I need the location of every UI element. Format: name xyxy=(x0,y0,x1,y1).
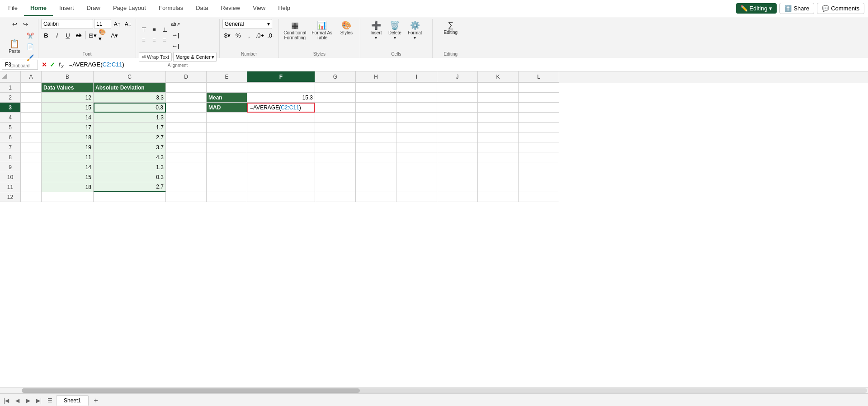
cell-d7[interactable] xyxy=(166,142,207,152)
sheet-last-button[interactable]: ▶| xyxy=(34,396,43,405)
col-header-f[interactable]: F xyxy=(247,71,315,83)
row-header-12[interactable]: 12 xyxy=(0,192,21,202)
cell-b11[interactable]: 18 xyxy=(42,182,94,192)
share-button[interactable]: ⬆️ Share xyxy=(779,3,814,14)
cell-d5[interactable] xyxy=(166,123,207,132)
cell-d1[interactable] xyxy=(166,83,207,93)
row-header-3[interactable]: 3 xyxy=(0,103,21,113)
cell-a3[interactable] xyxy=(21,103,42,113)
bold-button[interactable]: B xyxy=(41,30,51,40)
cell-h8[interactable] xyxy=(356,152,396,162)
cell-c11[interactable]: 2.7 xyxy=(94,182,166,192)
row-header-10[interactable]: 10 xyxy=(0,172,21,182)
number-format-dropdown[interactable]: General ▾ xyxy=(222,19,272,29)
cell-l2[interactable] xyxy=(519,93,559,103)
cell-g10[interactable] xyxy=(315,172,356,182)
cell-b7[interactable]: 19 xyxy=(42,142,94,152)
cell-h5[interactable] xyxy=(356,123,396,132)
cell-h1[interactable] xyxy=(356,83,396,93)
cell-e2[interactable]: Mean xyxy=(207,93,247,103)
tab-formulas[interactable]: Formulas xyxy=(152,1,189,16)
cell-j9[interactable] xyxy=(437,162,478,172)
indent-decrease-button[interactable]: ←| xyxy=(170,41,180,51)
increase-decimal-button[interactable]: .0+ xyxy=(255,30,265,40)
cell-f9[interactable] xyxy=(247,162,315,172)
cell-d2[interactable] xyxy=(166,93,207,103)
col-header-d[interactable]: D xyxy=(166,71,207,83)
cell-c8[interactable]: 4.3 xyxy=(94,152,166,162)
sheet-menu-button[interactable]: ☰ xyxy=(45,396,54,405)
col-header-b[interactable]: B xyxy=(42,71,94,83)
tab-view[interactable]: View xyxy=(246,1,272,16)
cell-h12[interactable] xyxy=(356,192,396,202)
cell-g6[interactable] xyxy=(315,132,356,142)
tab-page-layout[interactable]: Page Layout xyxy=(107,1,152,16)
cut-button[interactable]: ✂️ xyxy=(25,31,35,41)
cell-e8[interactable] xyxy=(207,152,247,162)
cell-g8[interactable] xyxy=(315,152,356,162)
align-top-button[interactable]: ⊤ xyxy=(139,25,149,35)
cell-k10[interactable] xyxy=(478,172,519,182)
font-color-button[interactable]: A▾ xyxy=(109,30,119,40)
cell-d11[interactable] xyxy=(166,182,207,192)
cell-c5[interactable]: 1.7 xyxy=(94,123,166,132)
cell-g3[interactable] xyxy=(315,103,356,113)
cell-j2[interactable] xyxy=(437,93,478,103)
cell-f7[interactable] xyxy=(247,142,315,152)
cell-a11[interactable] xyxy=(21,182,42,192)
font-size-input[interactable] xyxy=(94,19,111,29)
cell-b3[interactable]: 15 xyxy=(42,103,94,113)
row-header-6[interactable]: 6 xyxy=(0,132,21,142)
cell-a5[interactable] xyxy=(21,123,42,132)
redo-button[interactable]: ↪ xyxy=(20,19,30,29)
row-header-8[interactable]: 8 xyxy=(0,152,21,162)
cell-g5[interactable] xyxy=(315,123,356,132)
cell-j7[interactable] xyxy=(437,142,478,152)
cell-l12[interactable] xyxy=(519,192,559,202)
paste-button[interactable]: 📋 Paste xyxy=(5,31,24,62)
font-name-input[interactable] xyxy=(41,19,93,29)
cell-i12[interactable] xyxy=(396,192,437,202)
align-left-button[interactable]: ≡ xyxy=(139,35,149,45)
cell-b6[interactable]: 18 xyxy=(42,132,94,142)
cancel-formula-icon[interactable]: ✕ xyxy=(42,61,47,68)
col-header-h[interactable]: H xyxy=(356,71,396,83)
cell-k7[interactable] xyxy=(478,142,519,152)
borders-button[interactable]: ⊞▾ xyxy=(88,30,98,40)
cell-d3[interactable] xyxy=(166,103,207,113)
cell-l4[interactable] xyxy=(519,113,559,123)
insert-function-icon[interactable]: ƒx xyxy=(58,61,64,69)
sheet-tab-sheet1[interactable]: Sheet1 xyxy=(56,395,89,406)
sheet-first-button[interactable]: |◀ xyxy=(2,396,11,405)
cell-b5[interactable]: 17 xyxy=(42,123,94,132)
tab-help[interactable]: Help xyxy=(272,1,297,16)
cell-b12[interactable] xyxy=(42,192,94,202)
editing-button[interactable]: ✏️ Editing ▾ xyxy=(736,3,777,14)
cell-k12[interactable] xyxy=(478,192,519,202)
tab-insert[interactable]: Insert xyxy=(53,1,80,16)
cell-e4[interactable] xyxy=(207,113,247,123)
cell-l9[interactable] xyxy=(519,162,559,172)
cell-h9[interactable] xyxy=(356,162,396,172)
format-button[interactable]: ⚙️ Format ▾ xyxy=(406,19,425,42)
cell-e5[interactable] xyxy=(207,123,247,132)
cell-reference-box[interactable]: F3 xyxy=(2,60,38,70)
row-header-4[interactable]: 4 xyxy=(0,113,21,123)
cell-i11[interactable] xyxy=(396,182,437,192)
cell-h3[interactable] xyxy=(356,103,396,113)
cell-a8[interactable] xyxy=(21,152,42,162)
tab-file[interactable]: File xyxy=(2,1,24,16)
merge-center-button[interactable]: Merge & Center ▾ xyxy=(173,52,217,62)
align-right-button[interactable]: ≡ xyxy=(160,35,170,45)
cell-k4[interactable] xyxy=(478,113,519,123)
cell-a1[interactable] xyxy=(21,83,42,93)
cell-j3[interactable] xyxy=(437,103,478,113)
cell-e10[interactable] xyxy=(207,172,247,182)
cell-a2[interactable] xyxy=(21,93,42,103)
cell-g11[interactable] xyxy=(315,182,356,192)
cell-k6[interactable] xyxy=(478,132,519,142)
row-header-7[interactable]: 7 xyxy=(0,142,21,152)
cell-b10[interactable]: 15 xyxy=(42,172,94,182)
cell-i6[interactable] xyxy=(396,132,437,142)
cell-f1[interactable] xyxy=(247,83,315,93)
